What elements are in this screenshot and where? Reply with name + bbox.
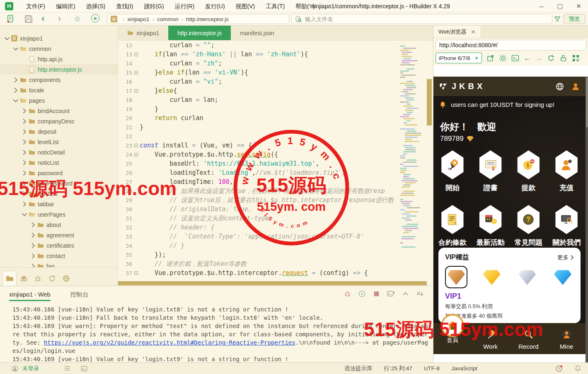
chevron-icon[interactable] bbox=[30, 243, 36, 249]
sync-tab[interactable] bbox=[45, 271, 59, 286]
profile-icon[interactable] bbox=[571, 82, 580, 91]
terminal-icon[interactable] bbox=[511, 54, 519, 62]
chevron-icon[interactable] bbox=[22, 108, 27, 114]
vip-more-link[interactable]: 更多 bbox=[557, 254, 574, 261]
breadcrumb-item[interactable]: common bbox=[157, 16, 179, 22]
cursor-position[interactable]: 行:25 列:47 bbox=[384, 365, 412, 372]
menu-item[interactable]: 运行(R) bbox=[169, 0, 200, 12]
app-grid-item-rocket[interactable]: 開始 bbox=[433, 150, 472, 193]
tree-item-components[interactable]: components bbox=[0, 75, 118, 85]
editor-tab-xinjiapo1[interactable]: xinjiapo1 bbox=[118, 26, 168, 40]
fold-icon[interactable] bbox=[134, 144, 138, 147]
search-input[interactable] bbox=[305, 16, 549, 22]
maximize-icon[interactable]: ▢ bbox=[551, 0, 569, 12]
file-search-box[interactable] bbox=[291, 14, 552, 24]
app-grid-item-withdraw[interactable]: $提款 bbox=[510, 150, 548, 193]
forward-icon[interactable]: › bbox=[58, 14, 68, 24]
back-arrow-icon[interactable]: ← bbox=[524, 55, 531, 62]
language-mode[interactable]: JavaScript bbox=[451, 365, 477, 372]
home-button-circle[interactable] bbox=[441, 314, 464, 337]
debug-tab[interactable] bbox=[31, 271, 45, 286]
new-file-icon[interactable] bbox=[6, 14, 16, 24]
files-tab[interactable] bbox=[2, 271, 17, 286]
login-status[interactable]: 未登录 bbox=[22, 365, 39, 372]
chevron-icon[interactable] bbox=[22, 118, 27, 124]
fold-icon[interactable] bbox=[134, 53, 138, 56]
tree-item-contact[interactable]: contact bbox=[0, 251, 118, 261]
tree-item-noticList[interactable]: noticList bbox=[0, 157, 118, 168]
tree-item-companyDesc[interactable]: companyDesc bbox=[0, 116, 118, 126]
vip-gem-bronze[interactable] bbox=[445, 266, 467, 288]
clear-log-icon[interactable] bbox=[416, 290, 424, 298]
fold-marker[interactable] bbox=[132, 153, 140, 157]
page-scrollbar[interactable] bbox=[586, 77, 588, 362]
chevron-icon[interactable] bbox=[30, 253, 36, 259]
browser-tab[interactable]: Web浏览器 ✕ bbox=[433, 26, 481, 38]
chevron-icon[interactable] bbox=[30, 232, 36, 238]
fold-icon[interactable] bbox=[134, 271, 138, 275]
app-tab-Work[interactable]: Work bbox=[472, 323, 510, 354]
fold-icon[interactable] bbox=[134, 71, 138, 75]
debug-icon[interactable] bbox=[344, 290, 351, 298]
tree-item-xinjiapo1[interactable]: Uxinjiapo1 bbox=[0, 33, 118, 43]
encoding-label[interactable]: UTF-8 bbox=[424, 365, 440, 372]
menu-item[interactable]: 视图(V) bbox=[230, 0, 261, 12]
terminal-status-icon[interactable] bbox=[81, 365, 87, 372]
breadcrumb[interactable]: U › xinjiapo1›common›http.interceptor.js bbox=[107, 14, 289, 24]
device-select[interactable]: iPhone 6/7/8 ▼ bbox=[436, 53, 482, 63]
tree-item-common[interactable]: common bbox=[0, 43, 118, 54]
open-external-icon[interactable] bbox=[486, 54, 494, 62]
lock-icon[interactable] bbox=[559, 54, 567, 62]
tree-item-pages[interactable]: pages bbox=[0, 95, 118, 106]
tree-item-levelList[interactable]: levelList bbox=[0, 137, 118, 147]
gear-icon[interactable] bbox=[499, 54, 507, 62]
back-icon[interactable]: ‹ bbox=[41, 14, 51, 24]
app-grid-item-activity[interactable]: 最新活動 bbox=[472, 205, 510, 247]
editor-tab-http.interceptor.js[interactable]: http.interceptor.js bbox=[168, 26, 231, 40]
code-area[interactable]: 12 curlan = "";13 if(lan == 'zh-Hans' ||… bbox=[118, 41, 398, 281]
log-link[interactable]: https://vuejs.org/v2/guide/reactivity.ht… bbox=[44, 339, 295, 346]
chevron-icon[interactable] bbox=[13, 98, 19, 104]
stop-icon[interactable] bbox=[373, 290, 380, 298]
vip-gem-blue[interactable] bbox=[552, 266, 574, 288]
chevron-icon[interactable] bbox=[13, 87, 19, 93]
address-bar[interactable] bbox=[436, 40, 586, 51]
menu-item[interactable]: 选择(S) bbox=[81, 0, 111, 12]
tree-item-deposit[interactable]: deposit bbox=[0, 126, 118, 137]
breadcrumb-item[interactable]: http.interceptor.js bbox=[186, 16, 229, 22]
tree-item-tabbar[interactable]: tabbar bbox=[0, 199, 118, 209]
fold-marker[interactable] bbox=[132, 144, 140, 147]
minimize-icon[interactable]: ─ bbox=[532, 0, 551, 12]
app-tab-Mine[interactable]: Mine bbox=[547, 323, 586, 354]
preview-button[interactable]: 预览 bbox=[564, 14, 585, 24]
chevron-icon[interactable] bbox=[22, 129, 27, 135]
fold-marker[interactable] bbox=[132, 71, 140, 75]
vertical-scrollbar[interactable] bbox=[426, 41, 432, 281]
chevron-icon[interactable] bbox=[22, 160, 27, 166]
syntax-lib-label[interactable]: 语法提示库 bbox=[344, 365, 373, 372]
tree-item-richText[interactable]: richText bbox=[0, 188, 118, 199]
app-grid-item-faq[interactable]: ?常見問題 bbox=[510, 205, 548, 247]
scrollbar-thumb[interactable] bbox=[427, 79, 432, 125]
chevron-icon[interactable] bbox=[22, 181, 27, 186]
console-tab-web[interactable]: xinjiapo1 - Web bbox=[9, 286, 51, 303]
app-tab-首頁[interactable]: 首頁 bbox=[433, 323, 472, 354]
tree-item-http.interceptor.js[interactable]: Jhttp.interceptor.js bbox=[0, 64, 118, 75]
menu-item[interactable]: 查找(I) bbox=[111, 0, 138, 12]
new-terminal-icon[interactable] bbox=[387, 290, 395, 298]
notification-bell-icon[interactable] bbox=[574, 365, 581, 372]
chevron-icon[interactable] bbox=[22, 139, 27, 145]
filter-funnel-icon[interactable] bbox=[554, 15, 561, 23]
app-tab-Record[interactable]: Record bbox=[510, 323, 548, 354]
vip-gem-gold[interactable] bbox=[481, 266, 503, 288]
run-icon[interactable]: ▶ bbox=[91, 14, 101, 24]
scrollbar-thumb[interactable] bbox=[586, 77, 588, 127]
update-clock-icon[interactable] bbox=[555, 365, 563, 372]
minimap[interactable] bbox=[400, 41, 419, 273]
scrollbar-thumb[interactable] bbox=[118, 281, 427, 285]
tree-item-http.api.js[interactable]: Jhttp.api.js bbox=[0, 54, 118, 64]
tree-item-agreement[interactable]: agreement bbox=[0, 230, 118, 240]
menu-item[interactable]: 跳转(G) bbox=[138, 0, 169, 12]
search-tab[interactable] bbox=[17, 271, 31, 286]
console-tab-terminal[interactable]: 控制台 bbox=[70, 286, 89, 303]
